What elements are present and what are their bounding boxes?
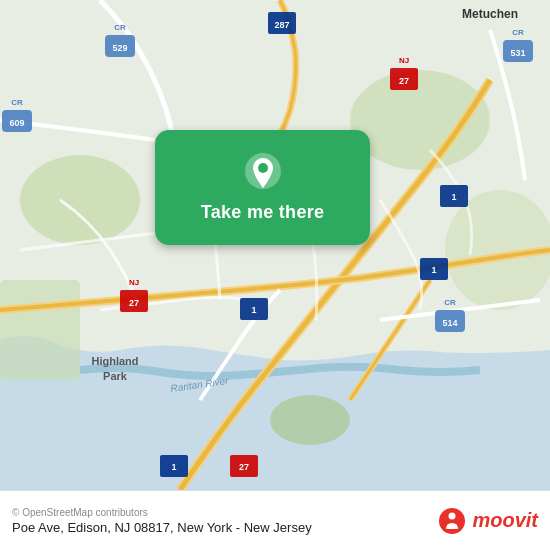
svg-text:27: 27	[239, 462, 249, 472]
svg-text:27: 27	[399, 76, 409, 86]
svg-rect-4	[0, 280, 80, 380]
map-container: 529 CR 609 CR 287 27 NJ 1 1 514 CR 531 C…	[0, 0, 550, 490]
svg-text:27: 27	[129, 298, 139, 308]
svg-point-43	[449, 512, 456, 519]
svg-text:531: 531	[510, 48, 525, 58]
svg-text:NJ: NJ	[129, 278, 139, 287]
address-text: Poe Ave, Edison, NJ 08817, New York - Ne…	[12, 520, 312, 535]
svg-text:CR: CR	[512, 28, 524, 37]
svg-text:1: 1	[431, 265, 436, 275]
svg-text:609: 609	[9, 118, 24, 128]
bottom-info: © OpenStreetMap contributors Poe Ave, Ed…	[12, 507, 312, 535]
svg-text:NJ: NJ	[399, 56, 409, 65]
svg-text:Highland: Highland	[91, 355, 138, 367]
svg-text:CR: CR	[11, 98, 23, 107]
svg-text:Metuchen: Metuchen	[462, 7, 518, 21]
map-background: 529 CR 609 CR 287 27 NJ 1 1 514 CR 531 C…	[0, 0, 550, 490]
svg-point-5	[270, 395, 350, 445]
svg-text:1: 1	[451, 192, 456, 202]
bottom-bar: © OpenStreetMap contributors Poe Ave, Ed…	[0, 490, 550, 550]
svg-text:CR: CR	[444, 298, 456, 307]
moovit-brand-icon	[438, 507, 466, 535]
svg-point-1	[20, 155, 140, 245]
svg-text:CR: CR	[114, 23, 126, 32]
button-label: Take me there	[201, 202, 325, 223]
svg-text:514: 514	[442, 318, 457, 328]
svg-point-41	[258, 163, 268, 173]
take-me-there-button[interactable]: Take me there	[155, 130, 370, 245]
location-pin-icon	[242, 152, 284, 194]
svg-text:1: 1	[171, 462, 176, 472]
svg-text:1: 1	[251, 305, 256, 315]
svg-text:287: 287	[274, 20, 289, 30]
svg-text:529: 529	[112, 43, 127, 53]
osm-credit: © OpenStreetMap contributors	[12, 507, 312, 518]
moovit-text: moovit	[472, 509, 538, 532]
svg-text:Park: Park	[103, 370, 128, 382]
svg-point-42	[439, 508, 465, 534]
moovit-logo: moovit	[438, 507, 538, 535]
